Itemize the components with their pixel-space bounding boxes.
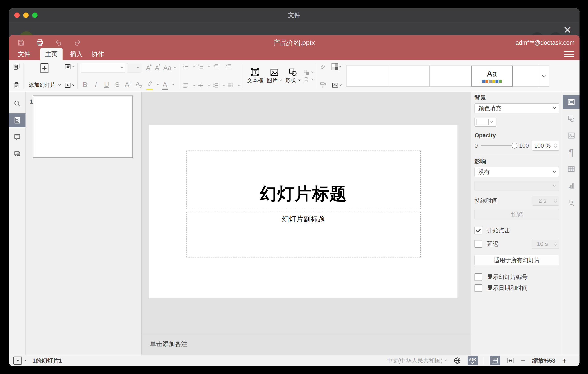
comments-sidebar-item[interactable] <box>9 130 25 144</box>
menu-icon[interactable] <box>564 51 574 57</box>
arrange-icon[interactable] <box>303 69 310 76</box>
slide-subtitle-text: 幻灯片副标题 <box>282 214 325 224</box>
font-name-select[interactable] <box>81 63 125 72</box>
slide-size-icon[interactable] <box>332 82 339 89</box>
shape-settings-tab[interactable] <box>563 112 579 126</box>
subscript-icon[interactable]: A2 <box>134 80 143 89</box>
decrease-indent-icon[interactable] <box>212 63 219 70</box>
theme-option-2[interactable] <box>388 66 430 87</box>
insert-shape-button[interactable]: 形状 <box>284 65 302 87</box>
add-slide-button[interactable]: 添加幻灯片 <box>26 60 63 92</box>
line-spacing-icon[interactable] <box>212 82 219 89</box>
fill-color-icon[interactable] <box>332 63 338 70</box>
strikethrough-icon[interactable]: S <box>113 81 122 88</box>
opacity-spinner[interactable]: 100 % <box>532 141 559 151</box>
spellcheck-icon[interactable]: ABC <box>468 356 478 365</box>
tab-file[interactable]: 文件 <box>13 48 35 60</box>
opacity-slider[interactable] <box>481 145 516 146</box>
background-fill-select[interactable]: 颜色填充 <box>474 103 559 113</box>
theme-option-3[interactable] <box>429 66 471 87</box>
undo-icon[interactable] <box>54 39 63 47</box>
highlight-color-icon[interactable] <box>145 80 154 89</box>
status-bar-right: 中文(中华人民共和国) ABC − 缩放%53 + <box>387 356 567 365</box>
font-size-select[interactable] <box>127 63 141 72</box>
slide-layout-icon[interactable] <box>64 63 71 70</box>
chat-sidebar-item[interactable] <box>9 147 25 161</box>
start-on-click-checkbox[interactable]: 开始点击 <box>474 227 559 234</box>
numbered-list-icon[interactable] <box>198 63 204 70</box>
delay-spinner: 10 s <box>532 239 559 249</box>
notes-area[interactable]: 单击添加备注 <box>142 333 471 355</box>
textart-settings-tab[interactable] <box>563 196 579 209</box>
redo-icon[interactable] <box>73 39 81 47</box>
change-case-icon[interactable]: Aa <box>161 64 173 72</box>
insert-image-button[interactable]: 图片 <box>265 65 284 87</box>
underline-icon[interactable]: U <box>102 81 111 88</box>
bold-icon[interactable]: B <box>81 81 90 88</box>
theme-option-1[interactable] <box>346 66 388 87</box>
theme-gallery-expand-icon[interactable] <box>539 66 549 87</box>
font-group: A▲ A▼ Aa B I U S A2 A2 A <box>80 60 177 92</box>
save-icon[interactable] <box>17 39 25 47</box>
paste-icon[interactable] <box>13 82 20 89</box>
clear-style-icon[interactable] <box>319 63 327 70</box>
opacity-slider-handle[interactable] <box>512 143 517 149</box>
horizontal-align-icon[interactable] <box>182 82 189 89</box>
background-color-picker[interactable] <box>474 117 496 127</box>
maximize-traffic-light[interactable] <box>32 12 38 18</box>
delay-checkbox[interactable]: 延迟 <box>474 240 499 248</box>
start-preview-icon[interactable] <box>13 357 22 365</box>
theme-option-selected[interactable]: Aa <box>471 66 513 87</box>
slide-settings-tab[interactable] <box>563 95 579 109</box>
copy-style-icon[interactable] <box>319 82 327 89</box>
insert-textbox-button[interactable]: 文本框 <box>245 65 265 87</box>
fit-to-width-icon[interactable] <box>507 357 514 364</box>
vertical-align-icon[interactable] <box>198 82 204 89</box>
increase-indent-icon[interactable] <box>225 63 232 70</box>
title-placeholder[interactable]: 幻灯片标题 <box>186 151 421 209</box>
superscript-icon[interactable]: A2 <box>124 81 133 88</box>
table-settings-tab[interactable] <box>563 162 579 176</box>
app-window: 文件 ✕ 产品介绍.pptx adm***@dootask.com <box>9 8 579 366</box>
font-color-icon[interactable]: A <box>160 81 169 88</box>
preview-options-icon[interactable] <box>24 359 27 361</box>
start-slideshow-icon[interactable] <box>64 82 71 89</box>
image-settings-tab[interactable] <box>563 129 579 143</box>
effect-select[interactable]: 没有 <box>474 167 559 177</box>
slide-canvas[interactable]: 幻灯片标题 幻灯片副标题 <box>142 92 471 333</box>
search-sidebar-item[interactable] <box>9 97 25 110</box>
paragraph-settings-tab[interactable]: ¶ <box>563 145 579 159</box>
slide-thumbnail[interactable] <box>33 96 133 158</box>
set-language-icon[interactable] <box>453 357 461 365</box>
tab-home[interactable]: 主页 <box>40 48 63 60</box>
fit-to-slide-icon[interactable] <box>490 356 500 365</box>
increase-font-icon[interactable]: A▲ <box>144 64 153 72</box>
tab-insert[interactable]: 插入 <box>66 48 87 60</box>
opacity-decrease-icon[interactable] <box>554 145 556 147</box>
close-icon[interactable]: ✕ <box>561 24 574 36</box>
slide-page[interactable]: 幻灯片标题 幻灯片副标题 <box>149 125 458 298</box>
decrease-font-icon[interactable]: A▼ <box>153 64 161 72</box>
theme-preview-label: Aa <box>487 69 497 78</box>
slide-thumbnail-panel: 1 <box>26 92 142 355</box>
close-traffic-light[interactable] <box>14 12 20 18</box>
bullet-list-icon[interactable] <box>182 63 189 70</box>
copy-icon[interactable] <box>13 63 20 70</box>
language-selector[interactable]: 中文(中华人民共和国) <box>387 357 442 365</box>
print-icon[interactable] <box>36 39 44 47</box>
tab-collaborate[interactable]: 协作 <box>87 48 109 60</box>
columns-icon[interactable] <box>227 82 234 89</box>
slides-sidebar-item[interactable] <box>9 113 25 127</box>
show-datetime-checkbox[interactable]: 显示日期和时间 <box>474 284 559 292</box>
subtitle-placeholder[interactable]: 幻灯片副标题 <box>186 212 421 257</box>
align-shapes-icon[interactable] <box>303 76 310 83</box>
zoom-out-icon[interactable]: − <box>521 357 525 364</box>
minimize-traffic-light[interactable] <box>23 12 29 18</box>
theme-option-5[interactable] <box>513 66 539 87</box>
italic-icon[interactable]: I <box>91 81 100 88</box>
zoom-in-icon[interactable]: + <box>562 357 567 364</box>
show-slide-number-checkbox[interactable]: 显示幻灯片编号 <box>474 273 559 281</box>
chart-settings-tab[interactable] <box>563 179 579 193</box>
apply-to-all-button[interactable]: 适用于所有幻灯片 <box>474 255 559 265</box>
macos-titlebar: 文件 <box>9 8 579 22</box>
